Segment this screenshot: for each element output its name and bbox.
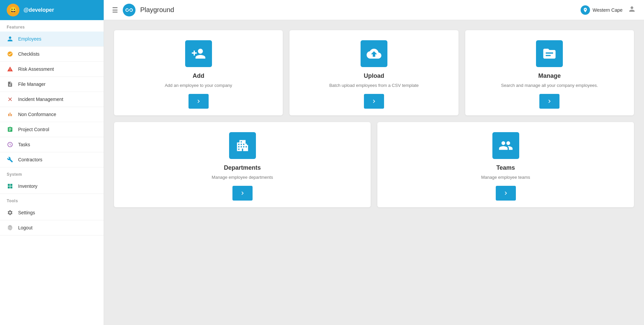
sidebar-item-label: Employees: [18, 36, 41, 42]
grid-icon: [7, 183, 13, 189]
sidebar-item-label: Logout: [18, 225, 33, 230]
tools-section-label: Tools: [0, 194, 104, 205]
sidebar-item-contractors[interactable]: Contractors: [0, 152, 104, 167]
sidebar-item-checklists[interactable]: Checklists: [0, 47, 104, 62]
sidebar-item-settings[interactable]: Settings: [0, 205, 104, 220]
card-departments[interactable]: Departments Manage employee departments: [114, 122, 371, 207]
avatar: 😀: [7, 4, 19, 16]
sidebar-item-label: Incident Management: [18, 97, 63, 102]
barchart-icon: [7, 111, 13, 118]
card-upload-arrow[interactable]: [364, 94, 384, 109]
sidebar-item-label: File Manager: [18, 82, 46, 87]
gear-icon: [7, 209, 13, 216]
menu-icon[interactable]: ☰: [112, 6, 118, 14]
sidebar-item-label: Settings: [18, 210, 35, 215]
fingerprint-icon: [7, 224, 13, 231]
card-departments-arrow[interactable]: [232, 186, 253, 201]
card-add[interactable]: Add Add an employee to your company: [114, 30, 283, 115]
content-area: Add Add an employee to your company Uplo…: [104, 20, 644, 325]
sidebar-item-label: Risk Assessment: [18, 66, 54, 72]
sidebar-header: 😀 @developer: [0, 0, 104, 20]
card-manage-desc: Search and manage all your company emplo…: [501, 83, 598, 88]
card-manage[interactable]: Manage Search and manage all your compan…: [465, 30, 634, 115]
sidebar-item-file-manager[interactable]: File Manager: [0, 77, 104, 92]
topbar-right: Western Cape: [581, 5, 636, 15]
card-upload[interactable]: Upload Batch upload employees from a CSV…: [289, 30, 458, 115]
card-upload-title: Upload: [364, 72, 384, 79]
features-section-label: Features: [0, 20, 104, 32]
sidebar-item-label: Contractors: [18, 157, 42, 162]
card-add-arrow[interactable]: [189, 94, 209, 109]
card-teams[interactable]: Teams Manage employee teams: [377, 122, 634, 207]
card-teams-arrow[interactable]: [496, 186, 516, 201]
checkcircle-icon: [7, 51, 13, 57]
sidebar-item-label: Project Control: [18, 127, 49, 132]
sidebar-item-incident-management[interactable]: Incident Management: [0, 92, 104, 107]
sidebar-item-label: Checklists: [18, 51, 40, 57]
main-area: ☰ Playground Western Cape: [104, 0, 644, 325]
sidebar-item-label: Non Conformance: [18, 112, 56, 117]
manage-folder-icon-box: [536, 40, 563, 67]
cards-grid-top: Add Add an employee to your company Uplo…: [114, 30, 634, 115]
sidebar-username: @developer: [23, 7, 54, 13]
sidebar-item-project-control[interactable]: Project Control: [0, 122, 104, 137]
topbar-title: Playground: [140, 6, 174, 14]
clipboard-icon: [7, 126, 13, 133]
sidebar-item-label: Inventory: [18, 183, 38, 189]
sidebar-item-logout[interactable]: Logout: [0, 220, 104, 235]
sidebar: 😀 @developer Features Employees Checklis…: [0, 0, 104, 325]
card-teams-desc: Manage employee teams: [481, 175, 530, 180]
card-add-desc: Add an employee to your company: [165, 83, 232, 88]
region-badge[interactable]: Western Cape: [581, 5, 623, 15]
card-departments-title: Departments: [224, 164, 261, 171]
sidebar-item-tasks[interactable]: Tasks: [0, 137, 104, 152]
add-person-icon-box: [185, 40, 212, 67]
person-icon: [7, 36, 13, 42]
warning-icon: [7, 66, 13, 72]
card-departments-desc: Manage employee departments: [212, 175, 273, 180]
user-profile-icon[interactable]: [628, 5, 636, 15]
brand-logo: [123, 4, 136, 16]
system-section-label: System: [0, 167, 104, 179]
sidebar-item-label: Tasks: [18, 142, 30, 147]
sidebar-item-non-conformance[interactable]: Non Conformance: [0, 107, 104, 122]
building-icon-box: [229, 132, 256, 159]
topbar-left: ☰ Playground: [112, 4, 575, 16]
card-manage-title: Manage: [538, 72, 561, 79]
card-upload-desc: Batch upload employees from a CSV templa…: [329, 83, 419, 88]
wrench-icon: [7, 156, 13, 163]
upload-cloud-icon-box: [361, 40, 387, 67]
sidebar-item-employees[interactable]: Employees: [0, 32, 104, 47]
region-label: Western Cape: [593, 7, 623, 13]
cards-grid-bottom: Departments Manage employee departments …: [114, 122, 634, 207]
sidebar-item-risk-assessment[interactable]: Risk Assessment: [0, 62, 104, 77]
sidebar-item-inventory[interactable]: Inventory: [0, 179, 104, 194]
card-teams-title: Teams: [496, 164, 515, 171]
card-manage-arrow[interactable]: [539, 94, 559, 109]
clock-icon: [7, 141, 13, 148]
group-icon-box: [492, 132, 519, 159]
cross-icon: [7, 96, 13, 103]
card-add-title: Add: [193, 72, 204, 79]
topbar: ☰ Playground Western Cape: [104, 0, 644, 20]
region-icon: [581, 5, 590, 15]
file-icon: [7, 81, 13, 88]
